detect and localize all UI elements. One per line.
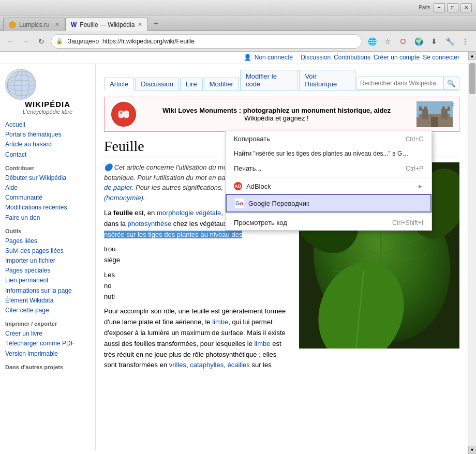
reload-button[interactable]: ↻	[35, 35, 48, 48]
wiki-banner: Wiki Loves Monuments : photographiez un …	[104, 97, 459, 132]
imprimer-header: Imprimer / exporter	[5, 321, 90, 327]
sidebar-item-contact[interactable]: Contact	[5, 150, 90, 160]
extensions-icon[interactable]: 🔧	[443, 35, 456, 48]
create-account-link[interactable]: Créer un compte	[374, 54, 420, 61]
minimize-button[interactable]: −	[434, 3, 445, 12]
limbe-link2[interactable]: limbe	[254, 340, 270, 347]
sidebar-item-permanent[interactable]: Lien permanent	[5, 276, 90, 285]
tab-historique[interactable]: Voir l'historique	[299, 70, 355, 90]
scrollbar[interactable]: ▲ ▼	[468, 52, 476, 454]
ecailles-link[interactable]: écailles	[227, 361, 249, 369]
ctx-adblock[interactable]: AB AdBlock ►	[226, 178, 432, 194]
back-button[interactable]: ←	[4, 35, 17, 48]
contribuer-header: Contribuer	[5, 165, 90, 171]
wiki-nav-main: Accueil Portails thématiques Article au …	[5, 120, 90, 160]
tab-lumpics[interactable]: Lumpics.ru ✕	[3, 18, 65, 31]
scroll-down-arrow[interactable]: ▼	[468, 446, 477, 454]
ctx-print[interactable]: Печать... Ctrl+P	[226, 161, 432, 176]
scroll-thumb[interactable]	[469, 63, 475, 94]
ctx-google-translate-label: Google Переводчик	[248, 200, 309, 207]
contributions-link[interactable]: Contributions	[334, 54, 370, 61]
banner-close-button[interactable]: ×	[451, 100, 455, 109]
google-translate-icon: Goog	[235, 199, 244, 208]
sidebar-item-imprimable[interactable]: Version imprimable	[5, 349, 90, 359]
cataphylles-link[interactable]: cataphylles	[190, 361, 224, 369]
ctx-google-translate[interactable]: Goog Google Переводчик	[226, 194, 432, 213]
sidebar-item-importer[interactable]: Importer un fichier	[5, 256, 90, 266]
svg-rect-11	[419, 107, 422, 111]
tab-wikipedia-close[interactable]: ✕	[138, 21, 142, 28]
opera-icon[interactable]: O	[396, 35, 410, 48]
wiki-logo-text: WIKIPÉDIA	[5, 100, 90, 109]
sidebar-item-accueil[interactable]: Accueil	[5, 120, 90, 130]
banner-bold-text: Wiki Loves Monuments : photographiez un …	[162, 107, 391, 114]
sidebar-item-speciales[interactable]: Pages spéciales	[5, 266, 90, 276]
limbe-link1[interactable]: limbe	[212, 318, 228, 326]
article-body: La feuille est, en morphologie végétale,…	[104, 208, 291, 371]
sidebar-item-portails[interactable]: Portails thématiques	[5, 130, 90, 140]
vpn-icon[interactable]: 🌍	[412, 35, 425, 48]
photosynthese-link[interactable]: photosynthèse	[128, 220, 172, 228]
sidebar-item-don[interactable]: Faire un don	[5, 213, 90, 223]
ctx-print-shortcut: Ctrl+P	[406, 165, 423, 172]
tab-modifier[interactable]: Modifier	[204, 78, 239, 90]
forward-button[interactable]: →	[20, 35, 32, 48]
sidebar-item-hasard[interactable]: Article au hasard	[5, 140, 90, 149]
sidebar-item-livre[interactable]: Créer un livre	[5, 329, 90, 339]
sidebar-item-citer[interactable]: Citer cette page	[5, 306, 90, 315]
ctx-copy[interactable]: Копировать Ctrl+C	[226, 131, 432, 146]
tab-lire[interactable]: Lire	[180, 78, 203, 90]
banner-normal-text: Wikipédia et gagnez !	[244, 114, 308, 122]
address-actions: 🌐 ☆ O 🌍 ⬇ 🔧 ⋮	[365, 35, 472, 48]
address-wrapper: 🔒	[51, 34, 362, 49]
wiki-nav-imprimer: Imprimer / exporter Créer un livre Téléc…	[5, 321, 90, 359]
wiki-search-box: 🔍	[356, 77, 459, 90]
translate-icon[interactable]: 🌐	[365, 35, 379, 48]
ctx-copy-label: Копировать	[234, 135, 270, 143]
ctx-search-google[interactable]: Найти "нsérée sur les tiges des plantes …	[226, 146, 432, 161]
highlighted-text: nsérée sur les tiges des plantes au nive…	[104, 231, 242, 238]
adblock-icon: AB	[234, 182, 242, 190]
menu-icon[interactable]: ⋮	[458, 35, 472, 48]
tab-discussion[interactable]: Discussion	[135, 78, 179, 90]
sidebar-item-debuter[interactable]: Débuter sur Wikipédia	[5, 173, 90, 183]
banner-castle-image	[416, 101, 453, 127]
close-button[interactable]: ✕	[460, 3, 472, 12]
sidebar-item-communaute[interactable]: Communauté	[5, 193, 90, 203]
sidebar-item-suivi[interactable]: Suivi des pages liées	[5, 246, 90, 256]
tab-wikipedia[interactable]: W Feuille — Wikipédia ✕	[65, 18, 148, 31]
ctx-search-label: Найти "нsérée sur les tiges des plantes …	[234, 150, 410, 157]
vrilles-link[interactable]: vrilles	[169, 361, 186, 369]
svg-rect-12	[424, 107, 427, 111]
address-input[interactable]	[51, 34, 362, 49]
new-tab-button[interactable]: +	[148, 17, 163, 31]
tab-modifier-code[interactable]: Modifier le code	[240, 70, 298, 90]
maximize-button[interactable]: □	[447, 3, 458, 12]
morphologie-link[interactable]: morphologie végétale	[157, 209, 221, 217]
sidebar-item-aide[interactable]: Aide	[5, 183, 90, 193]
wiki-nav-autres: Dans d'autres projets	[5, 364, 90, 370]
wiki-search-button[interactable]: 🔍	[443, 77, 459, 90]
sidebar-item-informations[interactable]: Informations sur la page	[5, 286, 90, 296]
not-connected-link[interactable]: Non connecté	[255, 54, 293, 61]
sidebar-item-pages-liees[interactable]: Pages liées	[5, 236, 90, 246]
download-icon[interactable]: ⬇	[427, 35, 441, 48]
tab-article[interactable]: Article	[104, 78, 134, 90]
discussion-link[interactable]: Discussion	[301, 54, 331, 61]
bookmark-icon[interactable]: ☆	[381, 35, 394, 48]
window-controls: − □ ✕	[434, 3, 472, 12]
ctx-view-source-shortcut: Ctrl+Shift+I	[392, 219, 423, 226]
ctx-copy-shortcut: Ctrl+C	[406, 135, 423, 143]
svg-rect-14	[448, 107, 450, 111]
sidebar-item-modifications[interactable]: Modifications récentes	[5, 203, 90, 213]
scroll-up-arrow[interactable]: ▲	[468, 52, 477, 60]
wiki-search-input[interactable]	[357, 79, 443, 88]
ctx-view-source[interactable]: Просмотреть код Ctrl+Shift+I	[226, 215, 432, 230]
svg-text:Goog: Goog	[235, 200, 244, 206]
tab-lumpics-close[interactable]: ✕	[55, 21, 60, 28]
sidebar-item-wikidata[interactable]: Élément Wikidata	[5, 296, 90, 306]
wikipedia-favicon-w: W	[71, 21, 77, 28]
sidebar-item-pdf[interactable]: Télécharger comme PDF	[5, 339, 90, 349]
browser-content: 👤 Non connecté · Discussion Contribution…	[0, 52, 476, 454]
sign-in-link[interactable]: Se connecter	[423, 54, 459, 61]
